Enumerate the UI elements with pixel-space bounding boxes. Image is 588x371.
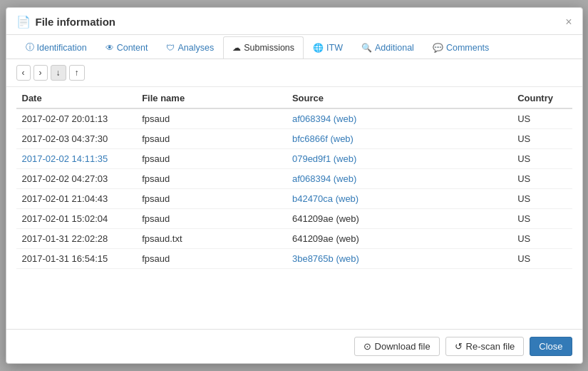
table-row: 2017-01-31 22:02:28fpsaud.txt641209ae (w… xyxy=(16,229,572,249)
cell-source: bfc6866f (web) xyxy=(287,129,512,149)
cell-country: US xyxy=(512,108,572,129)
eye-icon: 👁 xyxy=(105,43,114,53)
download-file-button[interactable]: ⊙ Download file xyxy=(354,337,440,356)
tab-itw[interactable]: 🌐 ITW xyxy=(304,36,352,59)
cell-country: US xyxy=(512,149,572,169)
cell-filename: fpsaud xyxy=(136,249,287,269)
globe-icon: 🌐 xyxy=(313,43,324,53)
cell-source: 3be8765b (web) xyxy=(287,249,512,269)
date-link[interactable]: 2017-02-02 14:11:35 xyxy=(22,153,108,164)
cell-filename: fpsaud xyxy=(136,108,287,129)
close-button[interactable]: Close xyxy=(530,337,572,356)
cell-source: 641209ae (web) xyxy=(287,229,512,249)
cell-source: af068394 (web) xyxy=(287,169,512,189)
table-row: 2017-02-01 15:02:04fpsaud641209ae (web)U… xyxy=(16,209,572,229)
rescan-file-button[interactable]: ↺ Re-scan file xyxy=(445,337,525,356)
cell-filename: fpsaud xyxy=(136,209,287,229)
cell-date: 2017-02-02 04:27:03 xyxy=(16,169,137,189)
modal-close-button[interactable]: × xyxy=(565,16,572,28)
cell-country: US xyxy=(512,169,572,189)
modal-footer: ⊙ Download file ↺ Re-scan file Close xyxy=(6,329,582,363)
comment-icon: 💬 xyxy=(433,43,443,53)
table-row: 2017-01-31 16:54:15fpsaud3be8765b (web)U… xyxy=(16,249,572,269)
rescan-icon: ↺ xyxy=(455,341,463,352)
tab-content[interactable]: 👁 Content xyxy=(96,36,158,59)
cell-date: 2017-02-02 14:11:35 xyxy=(16,149,137,169)
tab-identification-label: Identification xyxy=(37,43,87,53)
tab-comments[interactable]: 💬 Comments xyxy=(423,36,498,59)
cell-date: 2017-01-31 16:54:15 xyxy=(16,249,137,269)
tab-submissions[interactable]: ☁ Submissions xyxy=(223,36,304,59)
col-header-date: Date xyxy=(16,87,137,108)
search-icon: 🔍 xyxy=(361,43,372,53)
tab-comments-label: Comments xyxy=(446,43,489,53)
tab-additional-label: Additional xyxy=(375,43,414,53)
table-row: 2017-02-07 20:01:13fpsaudaf068394 (web)U… xyxy=(16,108,572,129)
cell-source: 079ed9f1 (web) xyxy=(287,149,512,169)
cell-country: US xyxy=(512,189,572,209)
tab-itw-label: ITW xyxy=(326,43,343,53)
tab-analyses[interactable]: 🛡 Analyses xyxy=(157,36,223,59)
table-row: 2017-02-02 04:27:03fpsaudaf068394 (web)U… xyxy=(16,169,572,189)
table-row: 2017-02-01 21:04:43fpsaudb42470ca (web)U… xyxy=(16,189,572,209)
close-label: Close xyxy=(539,341,562,352)
cell-source: b42470ca (web) xyxy=(287,189,512,209)
rescan-file-label: Re-scan file xyxy=(466,341,515,352)
cell-date: 2017-02-03 04:37:30 xyxy=(16,129,137,149)
source-link[interactable]: bfc6866f (web) xyxy=(292,133,354,144)
cell-source: 641209ae (web) xyxy=(287,209,512,229)
modal-title-text: File information xyxy=(36,16,116,28)
cell-country: US xyxy=(512,229,572,249)
cell-date: 2017-02-01 21:04:43 xyxy=(16,189,137,209)
next-button[interactable]: › xyxy=(33,65,48,81)
cell-date: 2017-02-07 20:01:13 xyxy=(16,108,137,129)
cell-filename: fpsaud xyxy=(136,129,287,149)
cell-filename: fpsaud xyxy=(136,149,287,169)
source-link[interactable]: af068394 (web) xyxy=(292,113,356,124)
cell-date: 2017-01-31 22:02:28 xyxy=(16,229,137,249)
cell-filename: fpsaud xyxy=(136,189,287,209)
prev-button[interactable]: ‹ xyxy=(16,65,31,81)
tab-submissions-label: Submissions xyxy=(244,43,294,53)
download-icon: ⊙ xyxy=(363,341,371,352)
download-file-label: Download file xyxy=(375,341,430,352)
modal-title: 📄 File information xyxy=(16,15,116,29)
source-link[interactable]: b42470ca (web) xyxy=(292,193,359,204)
tab-bar: ⓘ Identification 👁 Content 🛡 Analyses ☁ … xyxy=(6,35,582,59)
col-header-filename: File name xyxy=(136,87,287,108)
sort-down-button[interactable]: ↓ xyxy=(51,65,66,81)
table-header-row: Date File name Source Country xyxy=(16,87,572,108)
cell-source: af068394 (web) xyxy=(287,108,512,129)
tab-analyses-label: Analyses xyxy=(177,43,214,53)
modal-header: 📄 File information × xyxy=(6,8,582,35)
source-link[interactable]: 3be8765b (web) xyxy=(292,253,359,264)
cell-filename: fpsaud xyxy=(136,169,287,189)
cloud-icon: ☁ xyxy=(232,43,241,53)
info-icon: ⓘ xyxy=(26,41,34,54)
tab-content-label: Content xyxy=(117,43,148,53)
submissions-table-container: Date File name Source Country 2017-02-07… xyxy=(6,87,582,329)
col-header-source: Source xyxy=(287,87,512,108)
sort-up-button[interactable]: ↑ xyxy=(69,65,85,81)
col-header-country: Country xyxy=(512,87,572,108)
shield-icon: 🛡 xyxy=(166,43,175,53)
cell-country: US xyxy=(512,249,572,269)
source-link[interactable]: 079ed9f1 (web) xyxy=(292,153,356,164)
file-icon: 📄 xyxy=(16,15,31,29)
source-link[interactable]: af068394 (web) xyxy=(292,173,356,184)
tab-identification[interactable]: ⓘ Identification xyxy=(16,35,96,59)
cell-country: US xyxy=(512,209,572,229)
submissions-table: Date File name Source Country 2017-02-07… xyxy=(16,87,572,269)
table-row: 2017-02-02 14:11:35fpsaud079ed9f1 (web)U… xyxy=(16,149,572,169)
cell-date: 2017-02-01 15:02:04 xyxy=(16,209,137,229)
cell-country: US xyxy=(512,129,572,149)
file-information-modal: 📄 File information × ⓘ Identification 👁 … xyxy=(6,7,583,364)
table-row: 2017-02-03 04:37:30fpsaudbfc6866f (web)U… xyxy=(16,129,572,149)
cell-filename: fpsaud.txt xyxy=(136,229,287,249)
tab-additional[interactable]: 🔍 Additional xyxy=(352,36,423,59)
table-toolbar: ‹ › ↓ ↑ xyxy=(6,59,582,87)
